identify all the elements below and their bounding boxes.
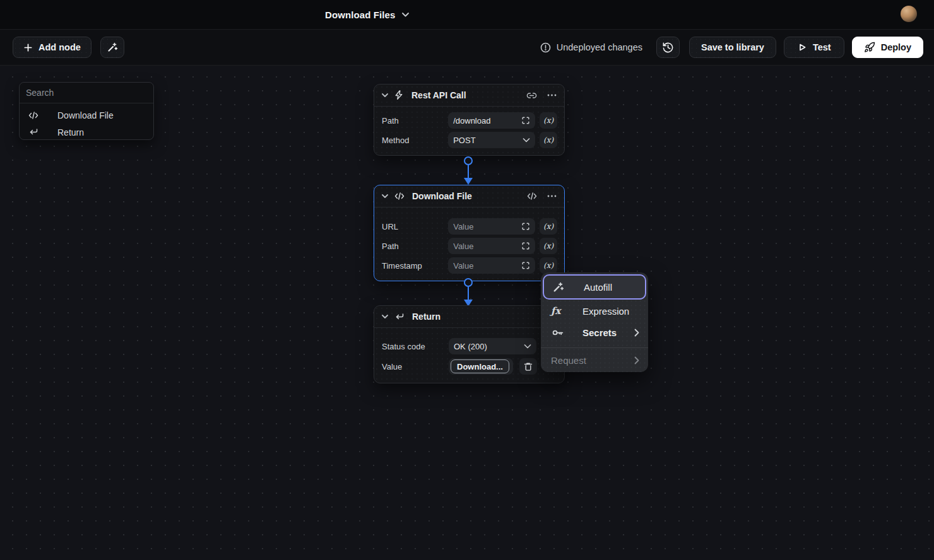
- magic-wand-icon: [552, 281, 567, 293]
- node-rest-api-call[interactable]: Rest API Call Path /download (x): [374, 84, 565, 156]
- menu-item-label: Expression: [582, 306, 629, 317]
- undeployed-status-label: Undeployed changes: [557, 42, 642, 52]
- menu-item-request[interactable]: Request: [541, 348, 648, 372]
- field-label: Path: [382, 116, 448, 125]
- connector-line: [468, 287, 469, 301]
- link-icon[interactable]: [526, 90, 537, 101]
- test-label: Test: [813, 42, 831, 52]
- node-title: Rest API Call: [411, 90, 466, 100]
- play-icon: [797, 42, 807, 52]
- value-context-menu: Autofill ƒx Expression Secrets Request: [541, 272, 648, 372]
- test-button[interactable]: Test: [784, 37, 844, 58]
- collapse-chevron-icon[interactable]: [382, 315, 388, 318]
- chevron-right-icon: [634, 329, 639, 337]
- plus-icon: [23, 43, 33, 52]
- field-label: Status code: [382, 342, 449, 351]
- node-title: Download File: [412, 191, 472, 201]
- more-icon[interactable]: [547, 195, 557, 197]
- deploy-label: Deploy: [881, 42, 911, 52]
- expand-icon[interactable]: [521, 116, 530, 125]
- history-icon: [662, 42, 674, 54]
- workflow-title-dropdown[interactable]: Download Files: [325, 0, 409, 29]
- field-label: Value: [382, 362, 449, 371]
- field-label: URL: [382, 222, 448, 231]
- field-row-path: Path /download (x): [382, 112, 557, 129]
- zap-icon: [394, 90, 404, 100]
- menu-item-autofill[interactable]: Autofill: [543, 274, 646, 300]
- collapse-chevron-icon[interactable]: [382, 194, 388, 198]
- ai-autofill-button[interactable]: [100, 37, 124, 58]
- deploy-button[interactable]: Deploy: [852, 37, 923, 58]
- variable-button[interactable]: (x): [540, 257, 557, 274]
- trash-icon[interactable]: [519, 358, 537, 375]
- node-palette: Download File Return: [19, 82, 154, 140]
- status-code-select[interactable]: OK (200): [449, 338, 536, 354]
- field-row-url: URL Value (x): [382, 218, 557, 235]
- version-history-button[interactable]: [656, 37, 680, 58]
- code-icon[interactable]: [527, 192, 537, 201]
- path-input[interactable]: /download: [448, 112, 535, 129]
- menu-item-expression[interactable]: ƒx Expression: [541, 301, 648, 321]
- output-port[interactable]: [464, 278, 473, 287]
- variable-button[interactable]: (x): [540, 218, 557, 235]
- node-title: Return: [412, 312, 440, 322]
- code-icon: [394, 192, 405, 201]
- chevron-right-icon: [634, 356, 639, 365]
- save-to-library-button[interactable]: Save to library: [689, 37, 776, 58]
- field-label: Timestamp: [382, 261, 448, 271]
- menu-item-secrets[interactable]: Secrets: [541, 321, 648, 344]
- palette-item-label: Return: [57, 127, 84, 137]
- expand-icon[interactable]: [521, 261, 530, 270]
- top-bar: Download Files: [0, 0, 934, 29]
- key-icon: [551, 326, 566, 339]
- workflow-title: Download Files: [325, 9, 395, 20]
- node-download-file[interactable]: Download File URL Value (x) P: [374, 185, 565, 281]
- palette-item-download-file[interactable]: Download File: [20, 107, 153, 124]
- add-node-button[interactable]: Add node: [13, 37, 92, 58]
- magic-wand-icon: [107, 42, 118, 53]
- variable-button[interactable]: (x): [540, 238, 557, 254]
- collapse-chevron-icon[interactable]: [382, 93, 388, 97]
- rocket-icon: [864, 42, 875, 53]
- url-input[interactable]: Value: [448, 218, 535, 235]
- value-chip[interactable]: Download...: [451, 359, 509, 373]
- path-input[interactable]: Value: [448, 238, 535, 254]
- alert-circle-icon: [540, 42, 551, 53]
- palette-item-return[interactable]: Return: [20, 124, 153, 140]
- field-row-status-code: Status code OK (200): [382, 338, 557, 354]
- connector-line: [468, 165, 469, 179]
- variable-button[interactable]: (x): [540, 132, 557, 148]
- field-row-path: Path Value (x): [382, 238, 557, 254]
- value-input[interactable]: Download...: [449, 358, 513, 375]
- field-row-timestamp: Timestamp Value (x): [382, 257, 557, 274]
- chevron-down-icon: [524, 344, 531, 349]
- palette-item-label: Download File: [57, 110, 114, 120]
- expand-icon[interactable]: [521, 222, 530, 231]
- code-icon: [28, 111, 38, 120]
- timestamp-input[interactable]: Value: [448, 257, 535, 274]
- expand-icon[interactable]: [521, 242, 530, 250]
- chevron-down-icon: [402, 13, 409, 17]
- output-port[interactable]: [464, 156, 473, 165]
- add-node-label: Add node: [38, 42, 81, 52]
- node-return[interactable]: Return Status code OK (200) Value Downlo…: [374, 305, 565, 383]
- save-to-library-label: Save to library: [701, 42, 764, 52]
- menu-item-label: Secrets: [582, 327, 617, 338]
- field-row-method: Method POST (x): [382, 132, 557, 148]
- chevron-down-icon: [523, 138, 530, 143]
- workflow-canvas[interactable]: Download File Return Rest API Call: [0, 66, 934, 560]
- variable-button[interactable]: (x): [540, 112, 557, 129]
- menu-item-label: Request: [551, 355, 586, 366]
- user-avatar[interactable]: [901, 6, 917, 22]
- more-icon[interactable]: [547, 94, 557, 96]
- field-label: Path: [382, 242, 448, 251]
- method-select[interactable]: POST: [448, 132, 535, 148]
- field-label: Method: [382, 136, 448, 145]
- return-icon: [28, 128, 38, 136]
- connector-arrow-icon: [464, 178, 473, 185]
- field-row-value: Value Download...: [382, 358, 557, 375]
- menu-item-label: Autofill: [584, 282, 612, 293]
- undeployed-status: Undeployed changes: [540, 42, 642, 53]
- editor-toolbar: Add node Undeployed changes Sav: [0, 29, 934, 66]
- search-input[interactable]: [20, 83, 153, 103]
